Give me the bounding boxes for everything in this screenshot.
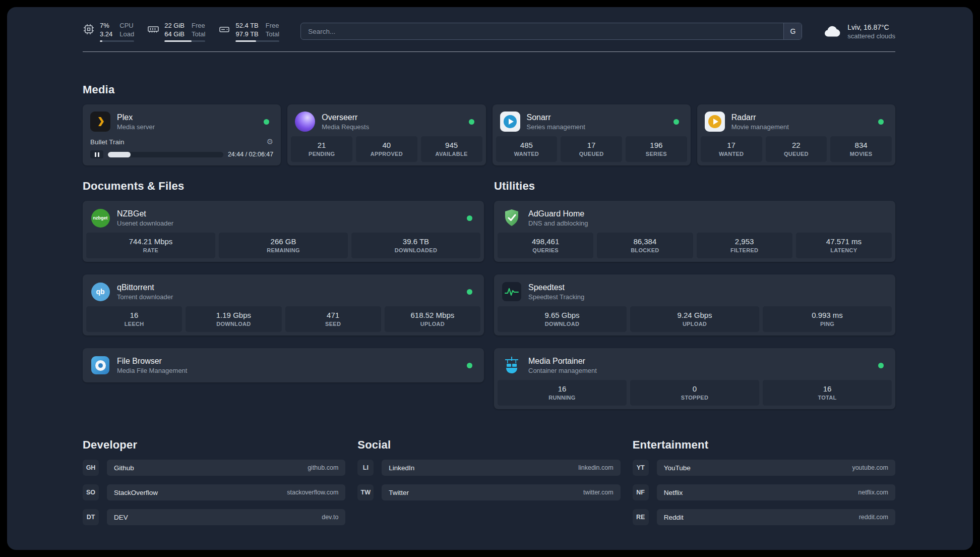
playback-time: 24:44 / 02:06:47	[228, 151, 273, 158]
service-card-nzbget[interactable]: nzbget NZBGet Usenet downloader 744.21 M…	[83, 201, 484, 262]
cpu-widget: 7% 3.24 CPU Load	[83, 21, 134, 42]
playback-progress-bar[interactable]	[108, 152, 223, 157]
status-dot	[878, 363, 884, 368]
search-provider-button[interactable]: G	[783, 23, 802, 39]
stat-stopped: 0STOPPED	[630, 380, 759, 406]
bookmark-github[interactable]: GH Github github.com	[83, 460, 345, 476]
disk-icon	[218, 23, 230, 35]
bookmark-url: dev.to	[322, 514, 338, 521]
service-desc: Media Requests	[322, 123, 369, 131]
disk-widget: 52.4 TB 97.9 TB Free Total	[218, 21, 279, 42]
service-card-qbittorrent[interactable]: qb qBittorrent Torrent downloader 16LEEC…	[83, 274, 484, 336]
cpu-icon	[83, 23, 95, 35]
bookmark-youtube[interactable]: YT YouTube youtube.com	[633, 460, 895, 476]
service-name: Speedtest	[528, 283, 584, 292]
bookmark-name: DEV	[114, 514, 128, 521]
bookmark-group-developer: Developer GH Github github.com SO StackO…	[83, 438, 345, 525]
service-name: Sonarr	[527, 113, 585, 122]
memory-widget: 22 GiB 64 GiB Free Total	[147, 21, 205, 42]
service-name: Media Portainer	[528, 357, 597, 366]
stat-downloaded: 39.6 TBDOWNLOADED	[351, 233, 480, 258]
stat-download: 9.65 GbpsDOWNLOAD	[498, 306, 627, 332]
qbittorrent-icon: qb	[91, 283, 110, 301]
dashboard-app: 7% 3.24 CPU Load	[7, 7, 973, 550]
service-name: NZBGet	[117, 209, 173, 218]
stat-upload: 618.52 MbpsUPLOAD	[385, 306, 480, 332]
bookmark-dev[interactable]: DT DEV dev.to	[83, 509, 345, 525]
stat-series: 196SERIES	[626, 136, 687, 162]
bookmark-name: YouTube	[664, 464, 691, 472]
bookmark-url: stackoverflow.com	[287, 489, 338, 496]
bookmark-reddit[interactable]: RE Reddit reddit.com	[633, 509, 895, 525]
bookmark-name: Netflix	[664, 489, 683, 496]
filebrowser-icon	[91, 356, 109, 374]
weather-location: Lviv, 16.87°C	[847, 23, 895, 31]
stat-ping: 0.993 msPING	[763, 306, 892, 332]
stat-wanted: 17WANTED	[701, 136, 762, 162]
stat-leech: 16LEECH	[86, 306, 182, 332]
stat-remaining: 266 GBREMAINING	[219, 233, 348, 258]
bookmark-abbr: DT	[83, 509, 99, 525]
bookmark-stackoverflow[interactable]: SO StackOverflow stackoverflow.com	[83, 484, 345, 500]
settings-gear-icon[interactable]: ⚙	[267, 137, 273, 146]
radarr-icon	[705, 112, 725, 132]
adguard-icon	[502, 208, 522, 228]
status-dot	[467, 289, 472, 295]
service-name: qBittorrent	[117, 283, 173, 292]
portainer-icon	[502, 355, 522, 375]
search-bar: G	[300, 23, 802, 40]
service-card-plex[interactable]: Plex Media server Bullet Train ⚙	[83, 104, 281, 165]
weather-widget[interactable]: Lviv, 16.87°C scattered clouds	[823, 23, 895, 40]
stat-rate: 744.21 MbpsRATE	[86, 233, 215, 258]
service-card-adguard[interactable]: AdGuard Home DNS and adblocking 498,461Q…	[494, 201, 895, 262]
dashboard-content: 7% 3.24 CPU Load	[83, 7, 895, 542]
search-input[interactable]	[301, 23, 783, 39]
pause-button[interactable]	[90, 150, 103, 158]
bookmark-url: youtube.com	[852, 464, 888, 471]
bookmark-abbr: SO	[83, 484, 99, 500]
stat-queued: 17QUEUED	[561, 136, 622, 162]
status-dot	[264, 119, 269, 125]
service-desc: Series management	[527, 123, 585, 131]
status-dot	[467, 363, 472, 368]
memory-free-label: Free	[192, 21, 205, 30]
service-name: Radarr	[731, 113, 789, 122]
overseerr-icon	[295, 112, 315, 132]
service-card-filebrowser[interactable]: File Browser Media File Management	[83, 348, 484, 382]
service-card-portainer[interactable]: Media Portainer Container management 16R…	[494, 348, 895, 409]
topbar: 7% 3.24 CPU Load	[83, 18, 895, 44]
stat-filtered: 2,953FILTERED	[697, 233, 792, 258]
bookmark-linkedin[interactable]: LI LinkedIn linkedin.com	[357, 460, 620, 476]
bookmark-name: Github	[114, 464, 134, 472]
bookmark-abbr: YT	[633, 460, 649, 476]
service-desc: Media server	[117, 123, 155, 131]
bookmark-abbr: LI	[357, 460, 374, 476]
bookmark-abbr: TW	[357, 484, 374, 500]
service-desc: Container management	[528, 367, 597, 374]
stat-queued: 22QUEUED	[766, 136, 827, 162]
cloud-icon	[823, 25, 841, 38]
service-card-sonarr[interactable]: Sonarr Series management 485WANTED 17QUE…	[493, 104, 691, 165]
service-card-radarr[interactable]: Radarr Movie management 17WANTED 22QUEUE…	[697, 104, 895, 165]
service-name: Plex	[117, 113, 155, 122]
stat-seed: 471SEED	[285, 306, 381, 332]
service-desc: Media File Management	[117, 367, 187, 374]
disk-total-label: Total	[266, 30, 279, 38]
stat-total: 16TOTAL	[763, 380, 892, 406]
service-card-speedtest[interactable]: Speedtest Speedtest Tracking 9.65 GbpsDO…	[494, 274, 895, 336]
bookmark-netflix[interactable]: NF Netflix netflix.com	[633, 484, 895, 500]
service-desc: DNS and adblocking	[528, 219, 588, 227]
service-desc: Torrent downloader	[117, 293, 173, 301]
bookmark-url: reddit.com	[859, 514, 888, 521]
service-desc: Usenet downloader	[117, 219, 173, 227]
service-card-overseerr[interactable]: Overseerr Media Requests 21PENDING 40APP…	[287, 104, 485, 165]
now-playing-title: Bullet Train	[90, 138, 125, 146]
status-dot	[878, 119, 884, 125]
topbar-divider	[83, 51, 895, 52]
stat-download: 1.19 GbpsDOWNLOAD	[186, 306, 281, 332]
bookmark-twitter[interactable]: TW Twitter twitter.com	[357, 484, 620, 500]
disk-progress-bar	[235, 40, 279, 42]
sonarr-icon	[500, 112, 520, 132]
cpu-label: CPU	[119, 21, 134, 30]
section-title-developer: Developer	[83, 438, 345, 452]
